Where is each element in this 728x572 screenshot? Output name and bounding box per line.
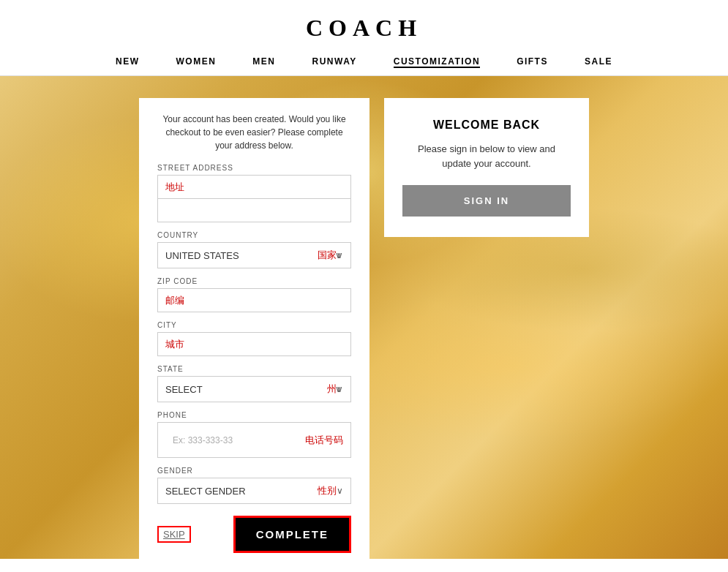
welcome-title: WELCOME BACK	[402, 118, 571, 132]
main-content: Your account has been created. Would you…	[0, 76, 728, 559]
state-label: STATE	[157, 365, 351, 373]
phone-cn: 电话号码	[305, 434, 343, 447]
street-address-group: STREET ADDRESS	[157, 164, 351, 222]
country-group: COUNTRY UNITED STATES 国家 ∨	[157, 231, 351, 268]
city-group: CITY	[157, 321, 351, 356]
gender-cn: 性别	[318, 484, 337, 497]
logo-area: COACH	[0, 9, 728, 49]
nav-item-women[interactable]: WOMEN	[176, 56, 217, 68]
gender-chevron-icon: ∨	[337, 486, 343, 496]
country-value: UNITED STATES	[165, 250, 312, 261]
skip-link[interactable]: SKIP	[157, 526, 191, 543]
zip-input[interactable]	[157, 288, 351, 312]
gender-group: GENDER SELECT GENDER 性别 ∨	[157, 467, 351, 504]
state-cn: 州	[327, 383, 337, 396]
gender-label: GENDER	[157, 467, 351, 475]
sign-in-button[interactable]: SIGN IN	[402, 185, 571, 217]
country-cn: 国家	[318, 249, 337, 262]
street-address-label: STREET ADDRESS	[157, 164, 351, 172]
header: COACH NEW WOMEN MEN RUNWAY CUSTOMIZATION…	[0, 0, 728, 76]
brand-logo: COACH	[306, 15, 422, 41]
welcome-panel: WELCOME BACK Please sign in below to vie…	[384, 98, 589, 237]
state-value: SELECT	[165, 384, 321, 395]
street-address-input[interactable]	[157, 175, 351, 199]
gender-select-wrapper[interactable]: SELECT GENDER 性别 ∨	[157, 478, 351, 504]
nav-item-sale[interactable]: SALE	[585, 56, 612, 68]
annotations-area: ➤ 也可跳过此步骤 点击完成	[157, 556, 351, 559]
state-select-inner: SELECT 州	[165, 383, 337, 396]
nav-item-gifts[interactable]: GIFTS	[517, 56, 548, 68]
phone-input-wrapper: 电话号码	[157, 422, 351, 458]
address-form-panel: Your account has been created. Would you…	[139, 98, 369, 559]
main-nav: NEW WOMEN MEN RUNWAY CUSTOMIZATION GIFTS…	[0, 49, 728, 75]
state-select-wrapper[interactable]: SELECT 州 ∨	[157, 376, 351, 402]
zip-code-group: ZIP CODE	[157, 277, 351, 312]
city-input[interactable]	[157, 332, 351, 356]
complete-button[interactable]: COMPLETE	[233, 516, 351, 553]
phone-label: PHONE	[157, 411, 351, 419]
form-description: Your account has been created. Would you…	[157, 113, 351, 152]
state-chevron-icon: ∨	[337, 384, 343, 394]
gender-value: SELECT GENDER	[165, 486, 312, 497]
street-address-line2-input[interactable]	[157, 199, 351, 222]
welcome-description: Please sign in below to view and update …	[402, 142, 571, 170]
phone-group: PHONE 电话号码	[157, 411, 351, 458]
phone-input[interactable]	[165, 429, 299, 451]
country-select-inner: UNITED STATES 国家	[165, 249, 337, 262]
state-group: STATE SELECT 州 ∨	[157, 365, 351, 402]
zip-label: ZIP CODE	[157, 277, 351, 285]
country-chevron-icon: ∨	[337, 250, 343, 260]
action-row: SKIP COMPLETE	[157, 516, 351, 553]
city-label: CITY	[157, 321, 351, 329]
nav-item-runway[interactable]: RUNWAY	[312, 56, 357, 68]
nav-item-customization[interactable]: CUSTOMIZATION	[394, 56, 480, 68]
nav-item-men[interactable]: MEN	[252, 56, 275, 68]
nav-item-new[interactable]: NEW	[116, 56, 140, 68]
country-select-wrapper[interactable]: UNITED STATES 国家 ∨	[157, 242, 351, 268]
country-label: COUNTRY	[157, 231, 351, 239]
